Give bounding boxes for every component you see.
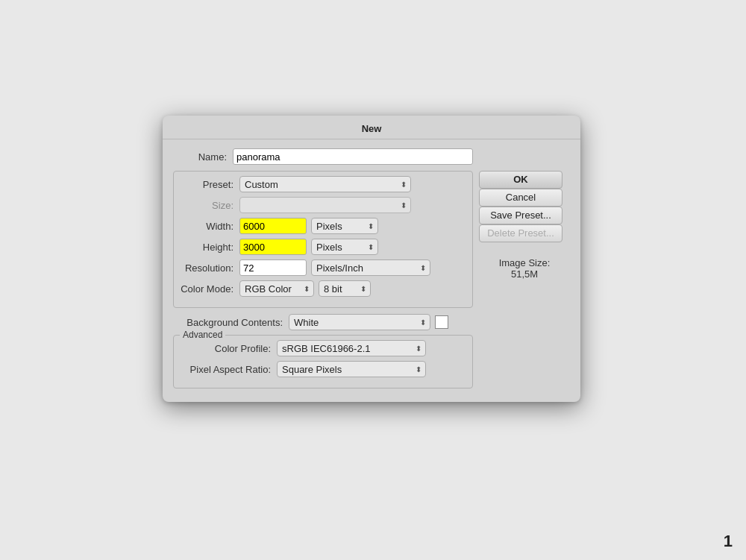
resolution-label: Resolution: bbox=[180, 262, 239, 274]
name-label: Name: bbox=[173, 151, 233, 163]
dialog-main: Preset: Custom ⬍ Size: bbox=[173, 171, 570, 388]
dialog-title: New bbox=[163, 116, 580, 139]
height-label: Height: bbox=[180, 242, 239, 253]
color-mode-label: Color Mode: bbox=[180, 283, 239, 295]
preset-section: Preset: Custom ⬍ Size: bbox=[173, 171, 473, 308]
color-profile-select[interactable]: sRGB IEC61966-2.1 bbox=[277, 340, 426, 356]
advanced-section: Advanced Color Profile: sRGB IEC61966-2.… bbox=[173, 335, 473, 388]
color-profile-label: Color Profile: bbox=[180, 343, 277, 354]
save-preset-button[interactable]: Save Preset... bbox=[479, 207, 562, 224]
dialog-right-panel: OK Cancel Save Preset... Delete Preset..… bbox=[473, 171, 570, 388]
size-select[interactable] bbox=[239, 197, 411, 213]
size-row: Size: ⬍ bbox=[180, 197, 466, 213]
color-mode-select-wrap: RGB Color ⬍ bbox=[239, 280, 314, 297]
resolution-unit-wrap: Pixels/Inch ⬍ bbox=[311, 259, 430, 276]
width-row: Width: Pixels ⬍ bbox=[180, 218, 466, 234]
preset-field-label: Preset: bbox=[180, 179, 239, 190]
pixel-aspect-label: Pixel Aspect Ratio: bbox=[180, 364, 277, 375]
color-profile-row: Color Profile: sRGB IEC61966-2.1 ⬍ bbox=[180, 340, 466, 356]
width-unit-wrap: Pixels ⬍ bbox=[311, 218, 378, 234]
size-select-wrap: ⬍ bbox=[239, 197, 411, 213]
resolution-unit-select[interactable]: Pixels/Inch bbox=[311, 259, 430, 276]
color-profile-select-wrap: sRGB IEC61966-2.1 ⬍ bbox=[277, 340, 426, 356]
resolution-input[interactable] bbox=[239, 259, 307, 276]
height-unit-select[interactable]: Pixels bbox=[311, 239, 378, 255]
name-input[interactable] bbox=[233, 148, 473, 165]
color-swatch bbox=[435, 315, 448, 329]
page-number: 1 bbox=[724, 532, 733, 551]
pixel-aspect-row: Pixel Aspect Ratio: Square Pixels ⬍ bbox=[180, 361, 466, 377]
height-input[interactable] bbox=[239, 239, 307, 255]
new-document-dialog: New Name: Preset: Custom bbox=[163, 116, 580, 402]
height-row: Height: Pixels ⬍ bbox=[180, 239, 466, 255]
width-input[interactable] bbox=[239, 218, 307, 234]
preset-select[interactable]: Custom bbox=[239, 176, 411, 192]
pixel-aspect-select[interactable]: Square Pixels bbox=[277, 361, 426, 377]
height-unit-wrap: Pixels ⬍ bbox=[311, 239, 378, 255]
bg-contents-row: Background Contents: White ⬍ bbox=[173, 314, 473, 330]
preset-select-wrap: Custom ⬍ bbox=[239, 176, 411, 192]
ok-button[interactable]: OK bbox=[479, 171, 562, 189]
bg-contents-select-wrap: White ⬍ bbox=[289, 314, 430, 330]
image-size-value: 51,5M bbox=[479, 268, 570, 280]
dialog-left-panel: Preset: Custom ⬍ Size: bbox=[173, 171, 473, 388]
width-unit-select[interactable]: Pixels bbox=[311, 218, 378, 234]
image-size-panel: Image Size: 51,5M bbox=[479, 257, 570, 280]
bg-contents-label: Background Contents: bbox=[173, 317, 289, 328]
bg-contents-select[interactable]: White bbox=[289, 314, 430, 330]
color-mode-row: Color Mode: RGB Color ⬍ 8 bit ⬍ bbox=[180, 280, 466, 297]
image-size-label: Image Size: bbox=[479, 257, 570, 268]
bit-depth-select[interactable]: 8 bit bbox=[319, 280, 371, 297]
name-row: Name: bbox=[173, 148, 570, 165]
bit-depth-select-wrap: 8 bit ⬍ bbox=[319, 280, 371, 297]
advanced-legend: Advanced bbox=[180, 330, 225, 340]
preset-row: Preset: Custom ⬍ bbox=[180, 176, 466, 192]
cancel-button[interactable]: Cancel bbox=[479, 189, 562, 207]
pixel-aspect-select-wrap: Square Pixels ⬍ bbox=[277, 361, 426, 377]
color-mode-select[interactable]: RGB Color bbox=[239, 280, 314, 297]
resolution-row: Resolution: Pixels/Inch ⬍ bbox=[180, 259, 466, 276]
width-label: Width: bbox=[180, 221, 239, 232]
delete-preset-button[interactable]: Delete Preset... bbox=[479, 224, 562, 242]
size-field-label: Size: bbox=[180, 200, 239, 211]
